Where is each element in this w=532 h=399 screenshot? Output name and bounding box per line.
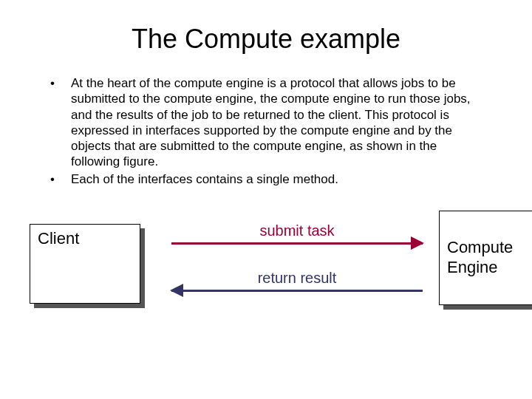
bullet-item: At the heart of the compute engine is a … <box>50 75 488 170</box>
slide: The Compute example At the heart of the … <box>0 0 532 348</box>
client-box-face: Client <box>30 224 140 304</box>
engine-box-face: Compute Engine <box>439 211 532 305</box>
bullet-item: Each of the interfaces contains a single… <box>50 171 488 187</box>
engine-label-line1: Compute <box>447 238 513 257</box>
client-label: Client <box>38 229 79 248</box>
return-arrow <box>171 290 423 292</box>
diagram: Client submit task return result Compute… <box>30 208 502 333</box>
submit-arrow <box>171 242 423 245</box>
arrow-head-right-icon <box>411 236 424 250</box>
slide-title: The Compute example <box>30 24 502 55</box>
submit-label: submit task <box>171 222 423 239</box>
return-label: return result <box>171 270 423 287</box>
arrow-head-left-icon <box>170 284 183 297</box>
engine-label-line2: Engine <box>447 258 498 277</box>
engine-box: Compute Engine <box>439 211 532 305</box>
client-box: Client <box>30 224 140 304</box>
bullet-list: At the heart of the compute engine is a … <box>50 75 488 187</box>
submit-arrow-group: submit task <box>171 222 423 245</box>
return-arrow-group: return result <box>171 270 423 292</box>
